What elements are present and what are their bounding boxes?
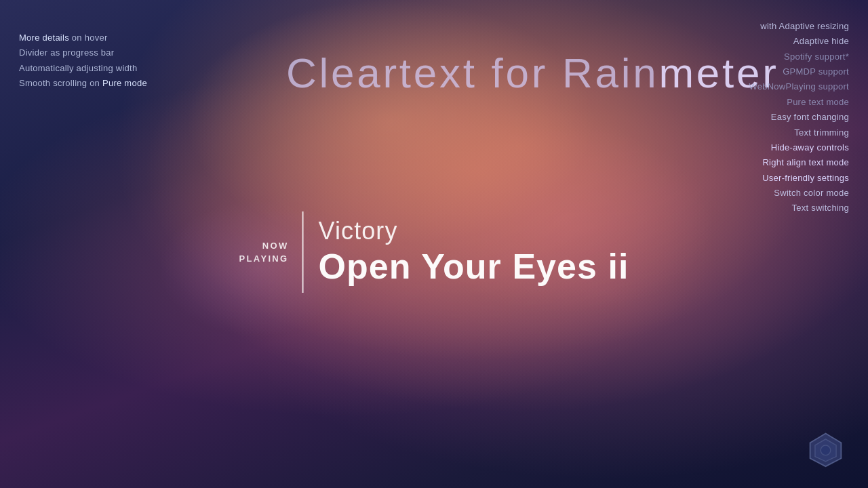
feature-right-6: Easy font changing [749,110,849,125]
feature-right-8: Hide-away controls [749,140,849,155]
main-title: Cleartext for Rainmeter [286,49,778,97]
feature-right-1: Adaptive hide [749,34,849,49]
feature-text-4a: Smooth scrolling on [19,78,102,88]
features-left-panel: More details on hover Divider as progres… [19,30,147,91]
feature-item-1: More details on hover [19,30,147,45]
feature-right-10: User-friendly settings [749,171,849,186]
feature-right-5: Pure text mode [749,95,849,110]
feature-right-12: Text switching [749,201,849,216]
track-artist: Victory [319,216,629,245]
now-playing-line1: NOW [262,239,289,253]
feature-item-4: Smooth scrolling on Pure mode [19,76,147,91]
title-part1: Cleartext for Rain [286,49,658,96]
now-playing-widget: NOW PLAYING Victory Open Your Eyes ii [239,211,629,293]
feature-right-11: Switch color mode [749,186,849,201]
cleartext-logo [807,430,844,468]
feature-text-4b: Pure mode [102,78,147,88]
feature-right-3: GPMDP support [749,64,849,79]
feature-text-1a: More details [19,33,69,43]
logo-svg [807,430,844,468]
features-right-header: with Adaptive resizing [749,19,849,34]
feature-right-4: WebNowPlaying support [749,79,849,94]
feature-item-3: Automatically adjusting width [19,61,147,76]
feature-right-7: Text trimming [749,125,849,140]
now-playing-line2: PLAYING [239,252,289,266]
feature-text-1b: on hover [69,33,108,43]
svg-point-2 [821,445,831,455]
feature-right-9: Right align text mode [749,155,849,170]
features-right-panel: with Adaptive resizing Adaptive hide Spo… [749,19,849,216]
feature-item-2: Divider as progress bar [19,45,147,60]
now-playing-label: NOW PLAYING [239,211,302,293]
track-info: Victory Open Your Eyes ii [304,211,629,293]
feature-right-2: Spotify support* [749,49,849,64]
main-content: More details on hover Divider as progres… [0,0,868,488]
track-title: Open Your Eyes ii [319,245,629,287]
